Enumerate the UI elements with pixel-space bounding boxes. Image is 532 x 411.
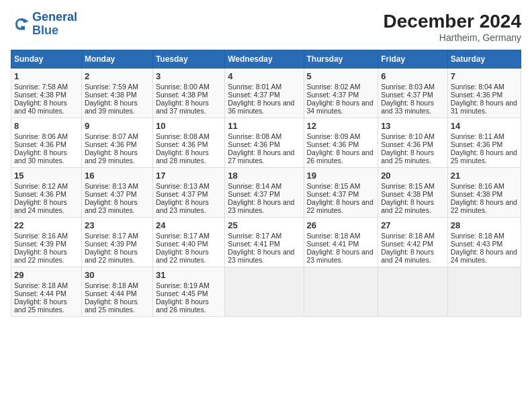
day-number: 19 (307, 171, 375, 181)
sunrise-text: Sunrise: 8:12 AM (14, 182, 68, 190)
day-number: 8 (14, 121, 79, 131)
calendar-cell: 31Sunrise: 8:19 AMSunset: 4:45 PMDayligh… (152, 267, 224, 317)
sunset-text: Sunset: 4:42 PM (381, 240, 433, 248)
sunset-text: Sunset: 4:36 PM (228, 140, 280, 148)
sunrise-text: Sunrise: 7:58 AM (14, 83, 68, 91)
calendar-week-row: 29Sunrise: 8:18 AMSunset: 4:44 PMDayligh… (11, 267, 521, 317)
calendar-cell: 6Sunrise: 8:03 AMSunset: 4:37 PMDaylight… (378, 68, 448, 118)
sunset-text: Sunset: 4:41 PM (228, 240, 280, 248)
sunset-text: Sunset: 4:37 PM (228, 190, 280, 198)
daylight-text: Daylight: 8 hours and 23 minutes. (228, 248, 294, 264)
daylight-text: Daylight: 8 hours and 25 minutes. (14, 298, 67, 314)
calendar-week-row: 22Sunrise: 8:16 AMSunset: 4:39 PMDayligh… (11, 218, 521, 267)
sunrise-text: Sunrise: 8:15 AM (381, 182, 435, 190)
sunset-text: Sunset: 4:37 PM (85, 190, 137, 198)
header-monday: Monday (81, 50, 152, 68)
day-number: 17 (156, 171, 222, 181)
daylight-text: Daylight: 8 hours and 23 minutes. (85, 198, 138, 214)
sunset-text: Sunset: 4:36 PM (451, 91, 503, 99)
sunset-text: Sunset: 4:36 PM (156, 140, 208, 148)
calendar-cell: 21Sunrise: 8:16 AMSunset: 4:38 PMDayligh… (447, 168, 521, 218)
day-number: 2 (85, 71, 150, 81)
daylight-text: Daylight: 8 hours and 33 minutes. (381, 99, 434, 115)
calendar-cell: 10Sunrise: 8:08 AMSunset: 4:36 PMDayligh… (152, 118, 224, 168)
day-number: 13 (381, 121, 445, 131)
sunset-text: Sunset: 4:39 PM (85, 240, 137, 248)
calendar-cell: 13Sunrise: 8:10 AMSunset: 4:36 PMDayligh… (378, 118, 448, 168)
day-number: 20 (381, 171, 445, 181)
calendar-cell: 14Sunrise: 8:11 AMSunset: 4:36 PMDayligh… (447, 118, 521, 168)
day-number: 25 (228, 220, 300, 230)
daylight-text: Daylight: 8 hours and 29 minutes. (85, 148, 138, 165)
daylight-text: Daylight: 8 hours and 31 minutes. (451, 99, 517, 115)
calendar-cell: 19Sunrise: 8:15 AMSunset: 4:37 PMDayligh… (304, 168, 378, 218)
day-number: 14 (451, 121, 518, 131)
daylight-text: Daylight: 8 hours and 26 minutes. (307, 148, 373, 165)
calendar-cell: 8Sunrise: 8:06 AMSunset: 4:36 PMDaylight… (11, 118, 82, 168)
sunrise-text: Sunrise: 8:16 AM (14, 232, 68, 240)
day-number: 7 (451, 71, 518, 81)
day-number: 1 (14, 71, 79, 81)
day-number: 29 (14, 270, 79, 280)
calendar-cell: 1Sunrise: 7:58 AMSunset: 4:38 PMDaylight… (11, 68, 82, 118)
sunrise-text: Sunrise: 8:07 AM (85, 132, 138, 140)
sunset-text: Sunset: 4:39 PM (14, 240, 66, 248)
daylight-text: Daylight: 8 hours and 24 minutes. (451, 248, 517, 264)
daylight-text: Daylight: 8 hours and 28 minutes. (156, 148, 209, 165)
header-tuesday: Tuesday (152, 50, 224, 68)
sunset-text: Sunset: 4:38 PM (85, 91, 137, 99)
sunset-text: Sunset: 4:36 PM (451, 140, 503, 148)
day-number: 5 (307, 71, 375, 81)
sunset-text: Sunset: 4:37 PM (156, 190, 208, 198)
sunset-text: Sunset: 4:40 PM (156, 240, 208, 248)
sunrise-text: Sunrise: 8:00 AM (156, 83, 210, 91)
daylight-text: Daylight: 8 hours and 22 minutes. (14, 248, 67, 264)
calendar-cell: 4Sunrise: 8:01 AMSunset: 4:37 PMDaylight… (225, 68, 304, 118)
sunset-text: Sunset: 4:36 PM (307, 140, 359, 148)
daylight-text: Daylight: 8 hours and 27 minutes. (228, 148, 294, 165)
sunset-text: Sunset: 4:38 PM (14, 91, 66, 99)
calendar-cell (378, 267, 448, 317)
daylight-text: Daylight: 8 hours and 25 minutes. (451, 148, 517, 165)
daylight-text: Daylight: 8 hours and 40 minutes. (14, 99, 67, 115)
sunset-text: Sunset: 4:36 PM (14, 190, 66, 198)
sunset-text: Sunset: 4:37 PM (228, 91, 280, 99)
daylight-text: Daylight: 8 hours and 22 minutes. (307, 198, 373, 214)
sunrise-text: Sunrise: 8:13 AM (156, 182, 210, 190)
calendar-cell: 23Sunrise: 8:17 AMSunset: 4:39 PMDayligh… (81, 218, 152, 267)
sunset-text: Sunset: 4:45 PM (156, 289, 208, 298)
calendar-week-row: 15Sunrise: 8:12 AMSunset: 4:36 PMDayligh… (11, 168, 521, 218)
page-header: General Blue December 2024 Hartheim, Ger… (11, 11, 521, 43)
calendar-cell: 28Sunrise: 8:18 AMSunset: 4:43 PMDayligh… (447, 218, 521, 267)
sunrise-text: Sunrise: 8:18 AM (451, 232, 504, 240)
calendar-cell: 12Sunrise: 8:09 AMSunset: 4:36 PMDayligh… (304, 118, 378, 168)
sunrise-text: Sunrise: 8:02 AM (307, 83, 361, 91)
calendar-cell: 7Sunrise: 8:04 AMSunset: 4:36 PMDaylight… (447, 68, 521, 118)
sunset-text: Sunset: 4:38 PM (451, 190, 503, 198)
logo-text: General Blue (32, 11, 77, 38)
sunrise-text: Sunrise: 8:16 AM (451, 182, 504, 190)
daylight-text: Daylight: 8 hours and 22 minutes. (156, 248, 209, 264)
sunrise-text: Sunrise: 8:11 AM (451, 132, 504, 140)
sunrise-text: Sunrise: 8:13 AM (85, 182, 138, 190)
page-title: December 2024 (384, 11, 521, 32)
calendar-header-row: SundayMondayTuesdayWednesdayThursdayFrid… (11, 50, 521, 68)
calendar-cell: 2Sunrise: 7:59 AMSunset: 4:38 PMDaylight… (81, 68, 152, 118)
header-friday: Friday (378, 50, 448, 68)
calendar-cell (225, 267, 304, 317)
day-number: 15 (14, 171, 79, 181)
daylight-text: Daylight: 8 hours and 34 minutes. (307, 99, 373, 115)
sunset-text: Sunset: 4:44 PM (14, 289, 66, 298)
day-number: 27 (381, 220, 445, 230)
calendar-cell: 5Sunrise: 8:02 AMSunset: 4:37 PMDaylight… (304, 68, 378, 118)
sunset-text: Sunset: 4:38 PM (381, 190, 433, 198)
daylight-text: Daylight: 8 hours and 23 minutes. (156, 198, 209, 214)
sunset-text: Sunset: 4:38 PM (156, 91, 208, 99)
sunrise-text: Sunrise: 8:17 AM (85, 232, 138, 240)
day-number: 26 (307, 220, 375, 230)
calendar-cell: 18Sunrise: 8:14 AMSunset: 4:37 PMDayligh… (225, 168, 304, 218)
daylight-text: Daylight: 8 hours and 22 minutes. (381, 198, 434, 214)
sunrise-text: Sunrise: 8:18 AM (14, 281, 68, 289)
calendar-cell: 22Sunrise: 8:16 AMSunset: 4:39 PMDayligh… (11, 218, 82, 267)
calendar-cell: 29Sunrise: 8:18 AMSunset: 4:44 PMDayligh… (11, 267, 82, 317)
